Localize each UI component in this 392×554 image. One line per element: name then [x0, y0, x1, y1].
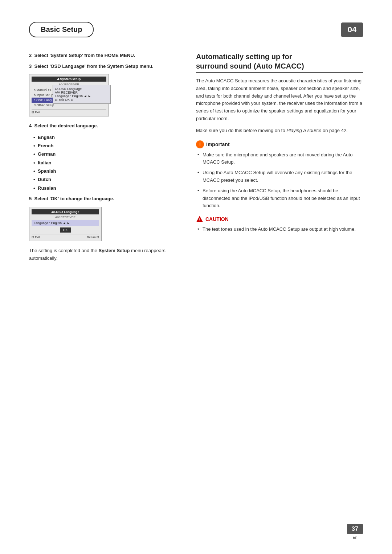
screen2-title: 4c.OSD Language [32, 209, 99, 214]
important-label: Important [206, 141, 230, 147]
lang-spanish: Spanish [33, 167, 181, 175]
overlay-screen: 4c.OSD Language A/V RECEIVER Language : … [53, 85, 111, 104]
overlay-exit-bar: ⊞ Exit OK ⊞ [55, 98, 109, 102]
overlay-language-row: Language : English ◄ ► [55, 94, 109, 98]
caution-label: CAUTION [205, 216, 229, 222]
overlay-exit-label: ⊞ Exit [55, 98, 64, 102]
step4-text: Select the desired language. [34, 123, 98, 128]
screen1-exit-bar: ⊞ Exit [32, 109, 106, 114]
step5-number: 5 [29, 196, 32, 201]
header-bar: Basic Setup 04 [29, 22, 363, 37]
important-box: ! Important Make sure the microphone and… [196, 140, 363, 210]
overlay-title: 4c.OSD Language [55, 87, 109, 91]
lang-russian: Russian [33, 184, 181, 192]
footer: 37 En [347, 524, 363, 539]
two-column-layout: 2 Select 'System Setup' from the HOME ME… [29, 52, 363, 262]
lang-italian: Italian [33, 159, 181, 167]
screen1-container: 4.SystemSetup A/V RECEIVER a.Manual SP S… [29, 74, 109, 116]
lang-french: French [33, 141, 181, 150]
screen-mockup-2: 4c.OSD Language A/V RECEIVER Language : … [29, 207, 102, 241]
step4-header: 4 Select the desired language. [29, 122, 181, 130]
important-item-1: Make sure the microphone and speakers ar… [197, 151, 363, 167]
chapter-title: Basic Setup [29, 22, 94, 37]
step2-text: Select 'System Setup' from the HOME MENU… [34, 53, 135, 58]
screen1-title: 4.SystemSetup [32, 77, 106, 82]
step2-header: 2 Select 'System Setup' from the HOME ME… [29, 52, 181, 59]
see-also-text: Make sure you do this before moving on t… [196, 127, 363, 135]
page-number: 37 [347, 524, 363, 534]
step4-number: 4 [29, 123, 32, 128]
page-lang: En [352, 535, 357, 539]
screen2-ok-button: OK [60, 227, 70, 233]
caution-box: ! CAUTION The test tones used in the Aut… [196, 216, 363, 233]
caution-list: The test tones used in the Auto MCACC Se… [196, 226, 363, 233]
caution-item-1: The test tones used in the Auto MCACC Se… [197, 226, 363, 233]
important-icon: ! [196, 140, 204, 148]
screen2-language-row: Language : English ◄ ► [32, 220, 99, 226]
setting-complete-text: The setting is completed and the System … [29, 247, 181, 262]
step5-header: 5 Select 'OK' to change the language. [29, 195, 181, 202]
section-heading: Automatically setting up for surround so… [196, 52, 363, 73]
important-header: ! Important [196, 140, 363, 148]
language-list: English French German Italian Spanish Du… [33, 133, 181, 193]
important-list: Make sure the microphone and speakers ar… [196, 151, 363, 210]
caution-header: ! CAUTION [196, 216, 363, 223]
step5-text: Select 'OK' to change the language. [34, 196, 114, 201]
screen2-return-label: Return ⊞ [87, 235, 99, 239]
important-item-2: Using the Auto MCACC Setup will overwrit… [197, 169, 363, 184]
body-text-main: The Auto MCACC Setup measures the acoust… [196, 77, 363, 123]
caution-triangle-icon: ! [196, 216, 203, 223]
overlay-ok-label: OK ⊞ [65, 98, 74, 102]
step3-number: 3 [29, 63, 32, 69]
right-column: Automatically setting up for surround so… [196, 52, 363, 262]
step3-header: 3 Select 'OSD Language' from the System … [29, 63, 181, 70]
lang-dutch: Dutch [33, 175, 181, 184]
screen2-exit-icon: ⊞ Exit [32, 235, 40, 239]
step3-text: Select 'OSD Language' from the System Se… [34, 63, 153, 69]
screen2-subtitle: A/V RECEIVER [32, 216, 99, 219]
chapter-number: 04 [341, 22, 363, 37]
important-item-3: Before using the Auto MCACC Setup, the h… [197, 187, 363, 210]
lang-english: English [33, 133, 181, 141]
step2-number: 2 [29, 53, 32, 58]
screen2-exit-bar: ⊞ Exit Return ⊞ [32, 234, 99, 239]
lang-german: German [33, 150, 181, 158]
overlay-subtitle: A/V RECEIVER [55, 91, 109, 94]
screen1-exit-icon: ⊞ Exit [32, 111, 40, 114]
left-column: 2 Select 'System Setup' from the HOME ME… [29, 52, 181, 262]
svg-text:!: ! [199, 218, 200, 222]
page-container: Basic Setup 04 2 Select 'System Setup' f… [0, 0, 392, 554]
